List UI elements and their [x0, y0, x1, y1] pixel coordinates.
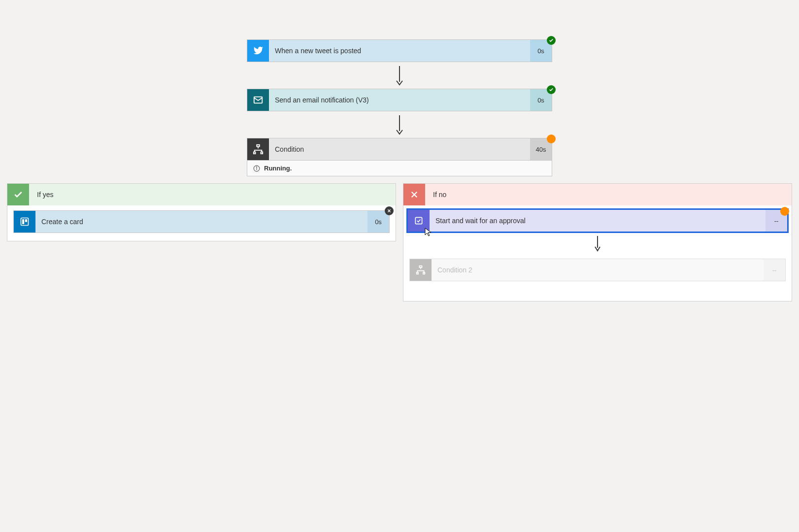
status-badge-running: [547, 134, 556, 143]
svg-rect-9: [21, 218, 29, 226]
x-icon: [403, 184, 425, 205]
step-duration: --: [764, 259, 785, 281]
svg-rect-11: [25, 219, 27, 222]
step-title: Send an email notification (V3): [269, 89, 530, 111]
status-badge-success: [547, 36, 556, 45]
branch-header-yes: If yes: [7, 184, 396, 205]
branch-if-yes[interactable]: If yes Create a card 0s: [7, 183, 396, 241]
step-title: Condition 2: [432, 259, 764, 281]
svg-point-8: [256, 166, 257, 167]
branch-title: If yes: [29, 191, 396, 199]
step-status-row: Running.: [247, 161, 552, 176]
twitter-icon: [247, 40, 269, 62]
svg-rect-3: [257, 145, 260, 147]
status-badge-running: [780, 207, 789, 216]
approval-icon: [408, 210, 430, 232]
arrow-down-icon: [247, 111, 552, 138]
step-start-approval[interactable]: Start and wait for an approval --: [406, 208, 789, 233]
svg-rect-12: [415, 217, 422, 224]
condition-icon: [410, 259, 432, 281]
step-trigger-tweet[interactable]: When a new tweet is posted 0s: [247, 39, 552, 62]
step-condition[interactable]: Condition 40s: [247, 138, 552, 161]
svg-rect-5: [261, 152, 263, 154]
branch-title: If no: [425, 191, 792, 199]
status-badge-success: [547, 85, 556, 94]
step-create-card[interactable]: Create a card 0s: [13, 210, 390, 233]
svg-rect-16: [423, 272, 425, 274]
step-title: Condition: [269, 138, 530, 160]
branch-header-no: If no: [403, 184, 792, 205]
svg-rect-10: [22, 219, 24, 224]
arrow-down-icon: [247, 62, 552, 89]
mail-icon: [247, 89, 269, 111]
condition-icon: [247, 138, 269, 160]
svg-rect-4: [254, 152, 256, 154]
trello-icon: [14, 211, 35, 233]
svg-rect-14: [420, 266, 422, 267]
arrow-down-icon: [403, 233, 792, 254]
close-badge-icon[interactable]: [385, 206, 394, 215]
step-send-email[interactable]: Send an email notification (V3) 0s: [247, 89, 552, 111]
step-title: When a new tweet is posted: [269, 40, 530, 62]
svg-rect-15: [417, 272, 418, 274]
branch-if-no[interactable]: If no Start and wait for an approval -- …: [403, 183, 792, 301]
check-icon: [7, 184, 29, 205]
flow-canvas: When a new tweet is posted 0s Send an em…: [0, 0, 799, 301]
step-condition-2[interactable]: Condition 2 --: [409, 259, 786, 281]
status-text: Running.: [264, 165, 292, 172]
step-title: Start and wait for an approval: [430, 210, 766, 232]
step-title: Create a card: [35, 211, 367, 233]
info-icon: [253, 165, 260, 172]
